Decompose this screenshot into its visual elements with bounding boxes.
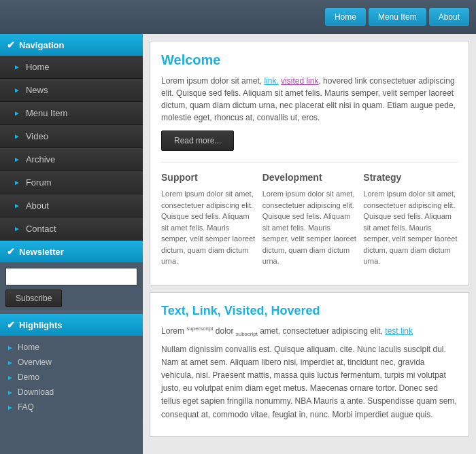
nav-item-home[interactable]: ► Home bbox=[0, 56, 143, 79]
col-support: Support Lorem ipsum dolor sit amet, cons… bbox=[161, 172, 256, 274]
test-link[interactable]: test link bbox=[385, 326, 413, 336]
highlight-item-label: FAQ bbox=[18, 402, 34, 412]
col-strategy-title: Strategy bbox=[363, 172, 458, 183]
link-visited[interactable]: visited link bbox=[281, 76, 318, 86]
nav-item-label: Menu Item bbox=[26, 108, 67, 118]
highlights-section: ✔ Highlights ► Home ► Overview ► Demo ► bbox=[0, 314, 143, 419]
topnav-about-button[interactable]: About bbox=[429, 8, 469, 26]
nav-item-archive[interactable]: ► Archive bbox=[0, 148, 143, 171]
nav-item-contact[interactable]: ► Contact bbox=[0, 217, 143, 241]
text-link-title: Text, Link, Visited, Hovered bbox=[161, 304, 458, 318]
highlight-item-label: Home bbox=[18, 343, 39, 352]
newsletter-header: ✔ Newsletter bbox=[0, 241, 143, 262]
col-development-title: Development bbox=[262, 172, 357, 183]
arrow-icon: ► bbox=[7, 344, 14, 351]
col-development: Development Lorem ipsum dolor sit amet, … bbox=[262, 172, 357, 274]
subscript-text: subscript bbox=[236, 331, 258, 337]
highlight-item-overview[interactable]: ► Overview bbox=[5, 355, 137, 370]
col-development-text: Lorem ipsum dolor sit amet, consectetuer… bbox=[262, 188, 357, 267]
text-link-panel: Text, Link, Visited, Hovered Lorem super… bbox=[150, 292, 469, 437]
text2-post: amet, consectetuer adipiscing elit, bbox=[258, 326, 385, 336]
title-link: Link, bbox=[192, 304, 221, 317]
highlight-item-demo[interactable]: ► Demo bbox=[5, 370, 137, 385]
top-bar: Home Menu Item About bbox=[0, 0, 476, 34]
highlight-item-home[interactable]: ► Home bbox=[5, 340, 137, 355]
content-area: Welcome Lorem ipsum dolor sit amet, link… bbox=[143, 34, 476, 454]
highlight-item-faq[interactable]: ► FAQ bbox=[5, 400, 137, 415]
nav-item-label: Home bbox=[26, 62, 50, 72]
welcome-text-pre: Lorem ipsum dolor sit amet, bbox=[161, 76, 264, 86]
highlights-list: ► Home ► Overview ► Demo ► Download ► bbox=[0, 336, 143, 419]
highlight-item-label: Download bbox=[18, 387, 54, 397]
highlights-header: ✔ Highlights bbox=[0, 314, 143, 336]
nav-item-label: News bbox=[26, 85, 48, 95]
three-columns: Support Lorem ipsum dolor sit amet, cons… bbox=[161, 162, 458, 274]
nav-item-video[interactable]: ► Video bbox=[0, 125, 143, 148]
highlight-item-label: Demo bbox=[18, 372, 39, 382]
arrow-icon: ► bbox=[14, 86, 20, 94]
arrow-icon: ► bbox=[14, 109, 20, 117]
arrow-icon: ► bbox=[14, 133, 20, 140]
nav-item-forum[interactable]: ► Forum bbox=[0, 171, 143, 194]
arrow-icon: ► bbox=[14, 156, 20, 163]
check-icon: ✔ bbox=[7, 39, 15, 50]
col-strategy-text: Lorem ipsum dolor sit amet, consectetuer… bbox=[363, 188, 458, 267]
arrow-icon: ► bbox=[7, 359, 14, 366]
newsletter-header-label: Newsletter bbox=[19, 247, 64, 257]
nav-item-about[interactable]: ► About bbox=[0, 194, 143, 217]
arrow-icon: ► bbox=[7, 374, 14, 381]
nav-header-label: Navigation bbox=[19, 40, 64, 50]
newsletter-input-area: Subscribe bbox=[0, 262, 143, 310]
nav-items-list: ► Home ► News ► Menu Item ► Video ► Arch… bbox=[0, 56, 143, 241]
arrow-icon: ► bbox=[14, 63, 20, 71]
nav-item-news[interactable]: ► News bbox=[0, 79, 143, 102]
welcome-title: Welcome bbox=[161, 52, 458, 68]
check-icon: ✔ bbox=[7, 246, 15, 257]
nav-section-header: ✔ Navigation bbox=[0, 34, 143, 56]
text2-pre: Lorem bbox=[161, 326, 186, 336]
arrow-icon: ► bbox=[14, 202, 20, 209]
nav-item-label: Contact bbox=[26, 224, 56, 234]
welcome-paragraph: Lorem ipsum dolor sit amet, link. visite… bbox=[161, 75, 458, 124]
nav-item-label: Forum bbox=[26, 177, 52, 188]
main-layout: ✔ Navigation ► Home ► News ► Menu Item ►… bbox=[0, 34, 476, 454]
check-icon: ✔ bbox=[7, 319, 15, 330]
text2-mid: dolor bbox=[213, 326, 235, 336]
col-support-text: Lorem ipsum dolor sit amet, consectetuer… bbox=[161, 188, 256, 267]
arrow-icon: ► bbox=[7, 389, 14, 396]
sidebar: ✔ Navigation ► Home ► News ► Menu Item ►… bbox=[0, 34, 143, 454]
highlight-item-label: Overview bbox=[18, 357, 52, 367]
topnav-menuitem-button[interactable]: Menu Item bbox=[369, 8, 426, 26]
newsletter-email-input[interactable] bbox=[5, 268, 137, 285]
link-normal[interactable]: link. bbox=[264, 76, 278, 86]
arrow-icon: ► bbox=[7, 404, 14, 411]
subscribe-button[interactable]: Subscribe bbox=[5, 290, 62, 307]
text2-paragraph2: Nullam dignissim convallis est. Quisque … bbox=[161, 343, 458, 421]
title-text: Text, bbox=[161, 304, 192, 317]
welcome-panel: Welcome Lorem ipsum dolor sit amet, link… bbox=[150, 41, 469, 285]
nav-item-menuitem[interactable]: ► Menu Item bbox=[0, 102, 143, 125]
read-more-button[interactable]: Read more... bbox=[161, 130, 234, 151]
highlight-item-download[interactable]: ► Download bbox=[5, 385, 137, 400]
arrow-icon: ► bbox=[14, 225, 20, 232]
arrow-icon: ► bbox=[14, 179, 20, 186]
highlights-header-label: Highlights bbox=[19, 320, 63, 330]
col-support-title: Support bbox=[161, 172, 256, 183]
superscript-text: superscript bbox=[186, 326, 213, 332]
text2-paragraph1: Lorem superscript dolor subscript amet, … bbox=[161, 325, 458, 339]
nav-item-label: Archive bbox=[26, 154, 55, 164]
nav-item-label: Video bbox=[26, 131, 48, 141]
newsletter-section: ✔ Newsletter Subscribe bbox=[0, 241, 143, 314]
nav-item-label: About bbox=[26, 200, 49, 211]
col-strategy: Strategy Lorem ipsum dolor sit amet, con… bbox=[363, 172, 458, 274]
title-rest: Visited, Hovered bbox=[221, 304, 320, 317]
topnav-home-button[interactable]: Home bbox=[325, 8, 366, 26]
